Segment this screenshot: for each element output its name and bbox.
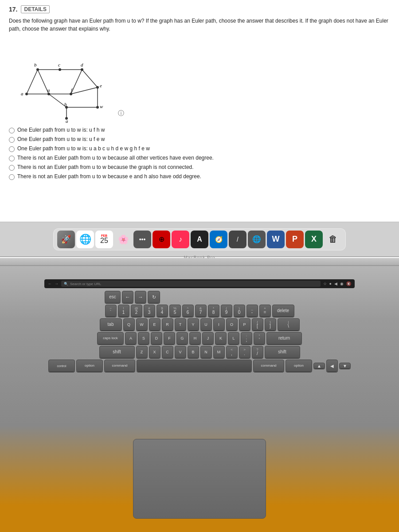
key-minus[interactable]: _- — [246, 305, 258, 317]
key-slash[interactable]: ?/ — [252, 346, 263, 358]
dock-flag[interactable]: 🌐 — [248, 231, 266, 248]
key-O[interactable]: O — [226, 318, 238, 331]
dock-trash[interactable]: 🗑 — [324, 231, 342, 248]
choice-2[interactable]: One Euler path from u to w is: u f e w — [9, 136, 390, 143]
key-D[interactable]: D — [151, 332, 162, 344]
touchbar-search[interactable]: 🔍 Search or type URL — [61, 281, 321, 287]
key-command-right[interactable]: command — [253, 360, 284, 372]
key-back[interactable]: ← — [122, 291, 133, 303]
key-spacebar[interactable] — [137, 360, 252, 372]
key-Y[interactable]: Y — [188, 318, 199, 331]
choice-6[interactable]: There is not an Euler path from u to w b… — [9, 173, 390, 180]
radio-4[interactable] — [9, 156, 15, 161]
svg-point-16 — [81, 68, 83, 71]
key-P[interactable]: P — [239, 318, 250, 331]
key-lbracket[interactable]: {[ — [252, 318, 263, 331]
key-R[interactable]: R — [162, 318, 173, 331]
key-S[interactable]: S — [138, 332, 149, 344]
key-1[interactable]: !1 — [118, 305, 129, 317]
key-refresh[interactable]: ↻ — [148, 291, 160, 303]
key-G[interactable]: G — [176, 332, 188, 344]
key-H[interactable]: H — [189, 332, 201, 344]
key-tilde[interactable]: ~` — [105, 305, 117, 317]
key-arrow-up[interactable]: ▲ — [313, 363, 325, 369]
svg-text:c: c — [58, 62, 60, 67]
choice-1[interactable]: One Euler path from u to w is: u f h w — [9, 127, 390, 133]
radio-2[interactable] — [9, 137, 15, 143]
dock-photos[interactable]: 🌸 — [114, 231, 132, 248]
key-X[interactable]: X — [149, 346, 160, 358]
dock-X[interactable]: X — [305, 231, 323, 248]
key-rbracket[interactable]: }] — [265, 318, 276, 331]
key-capslock[interactable]: caps lock — [97, 332, 124, 344]
key-7[interactable]: &7 — [195, 305, 207, 317]
dock-font-A[interactable]: A — [191, 231, 208, 248]
key-8[interactable]: *8 — [208, 305, 219, 317]
key-equals[interactable]: += — [259, 305, 271, 317]
key-quote[interactable]: "' — [254, 332, 265, 344]
key-J[interactable]: J — [202, 332, 214, 344]
key-T[interactable]: T — [175, 318, 186, 331]
key-I[interactable]: I — [213, 318, 225, 331]
key-B[interactable]: B — [188, 346, 199, 358]
dock-music[interactable]: ♪ — [172, 231, 189, 248]
radio-1[interactable] — [9, 128, 15, 133]
key-arrow-down[interactable]: ▼ — [339, 363, 351, 369]
key-2[interactable]: @2 — [131, 305, 142, 317]
key-Z[interactable]: Z — [136, 346, 148, 358]
key-semicolon[interactable]: :; — [241, 332, 252, 344]
radio-6[interactable] — [9, 174, 15, 180]
key-C[interactable]: C — [162, 346, 173, 358]
key-shift-right[interactable]: shift — [265, 346, 300, 358]
key-comma[interactable]: <, — [226, 346, 238, 358]
key-tab[interactable]: tab — [100, 318, 122, 331]
key-return[interactable]: return — [266, 332, 302, 344]
key-6[interactable]: ^6 — [182, 305, 194, 317]
key-4[interactable]: $4 — [156, 305, 168, 317]
dock-slash[interactable]: / — [229, 231, 246, 248]
dock-compass[interactable]: 🧭 — [210, 231, 227, 248]
dock-chrome2[interactable]: ⊕ — [153, 231, 170, 248]
key-period[interactable]: >. — [239, 346, 250, 358]
key-shift-left[interactable]: shift — [99, 346, 135, 358]
dock-dots[interactable]: ••• — [133, 231, 151, 248]
key-N[interactable]: N — [200, 346, 212, 358]
choice-3[interactable]: One Euler path from u to w is: u a b c u… — [9, 145, 390, 152]
key-E[interactable]: E — [149, 318, 160, 331]
key-0[interactable]: )0 — [234, 305, 245, 317]
key-L[interactable]: L — [228, 332, 239, 344]
dock-chrome[interactable]: 🌐 — [76, 231, 94, 248]
choice-5[interactable]: There is not an Euler path from u to w b… — [9, 164, 390, 171]
key-V[interactable]: V — [175, 346, 186, 358]
svg-point-14 — [36, 68, 39, 71]
key-9[interactable]: (9 — [221, 305, 232, 317]
key-Q[interactable]: Q — [123, 318, 135, 331]
radio-5[interactable] — [9, 165, 15, 171]
key-command-left[interactable]: command — [104, 360, 135, 372]
key-control[interactable]: control — [48, 360, 75, 372]
key-fwd[interactable]: → — [135, 291, 146, 303]
dock-calendar[interactable]: FEB 25 — [95, 231, 113, 248]
key-M[interactable]: M — [213, 346, 225, 358]
key-option-left[interactable]: option — [76, 360, 103, 372]
key-delete[interactable]: delete — [272, 305, 294, 317]
key-option-right[interactable]: option — [286, 360, 312, 372]
key-arrow-left[interactable]: ◀ — [326, 360, 338, 372]
key-W[interactable]: W — [136, 318, 148, 331]
dock-W[interactable]: W — [267, 231, 285, 248]
svg-point-19 — [70, 93, 72, 95]
key-A[interactable]: A — [125, 332, 137, 344]
key-K[interactable]: K — [215, 332, 227, 344]
key-F[interactable]: F — [164, 332, 175, 344]
choice-4[interactable]: There is not an Euler path from u to w b… — [9, 155, 390, 161]
key-U[interactable]: U — [200, 318, 212, 331]
key-5[interactable]: %5 — [169, 305, 181, 317]
dock-P[interactable]: P — [286, 231, 304, 248]
dock-launchpad[interactable]: 🚀 — [57, 231, 75, 248]
key-3[interactable]: #3 — [144, 305, 155, 317]
key-esc[interactable]: esc — [105, 291, 121, 303]
trackpad[interactable] — [133, 439, 266, 519]
svg-text:b: b — [34, 62, 37, 67]
radio-3[interactable] — [9, 146, 15, 152]
key-backslash[interactable]: |\ — [278, 318, 300, 331]
